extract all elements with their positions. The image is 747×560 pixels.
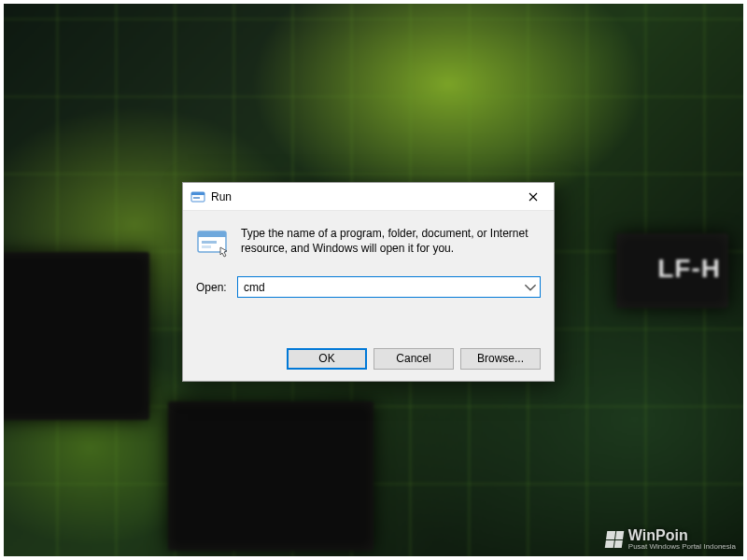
image-frame — [0, 0, 747, 560]
